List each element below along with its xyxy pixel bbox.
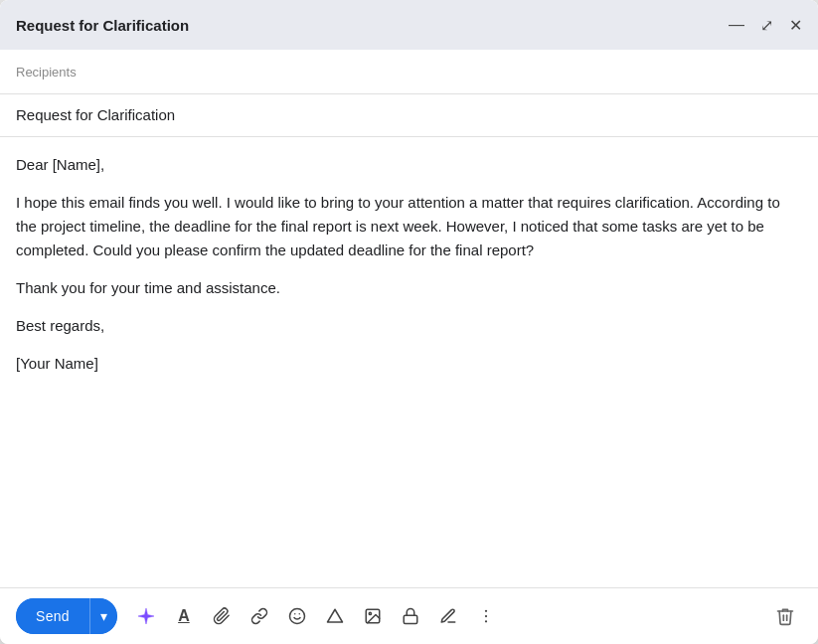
paperclip-icon: [213, 607, 231, 625]
format-text-button[interactable]: A: [167, 599, 201, 633]
trash-icon: [775, 606, 795, 626]
recipients-row: Recipients: [0, 50, 818, 94]
link-icon: [250, 607, 268, 625]
svg-marker-3: [327, 609, 342, 622]
compose-window: Request for Clarification — ⤢ ✕ Recipien…: [0, 0, 818, 644]
svg-point-7: [485, 610, 487, 612]
lock-button[interactable]: [394, 599, 427, 633]
paragraph2: Thank you for your time and assistance.: [16, 276, 802, 300]
sparkle-icon: [136, 606, 156, 626]
title-bar: Request for Clarification — ⤢ ✕: [0, 0, 818, 50]
greeting: Dear [Name],: [16, 153, 802, 177]
send-dropdown-button[interactable]: ▾: [89, 598, 117, 634]
signature-button[interactable]: [431, 599, 465, 633]
send-button[interactable]: Send: [16, 598, 89, 634]
format-text-icon: A: [178, 607, 190, 625]
more-icon: [477, 607, 495, 625]
recipients-input[interactable]: [85, 64, 802, 80]
photo-icon: [364, 607, 382, 625]
closing: Best regards,: [16, 314, 802, 338]
window-title: Request for Clarification: [16, 17, 189, 34]
recipients-label: Recipients: [16, 65, 85, 80]
pencil-icon: [439, 607, 457, 625]
lock-icon: [402, 607, 419, 625]
send-button-group: Send ▾: [16, 598, 117, 634]
close-button[interactable]: ✕: [789, 16, 802, 35]
send-arrow-icon: ▾: [100, 608, 107, 624]
emoji-icon: [288, 607, 306, 625]
attach-button[interactable]: [205, 599, 239, 633]
maximize-button[interactable]: ⤢: [760, 16, 773, 35]
drive-icon: [326, 607, 344, 625]
subject-row: Request for Clarification: [0, 94, 818, 137]
window-controls: — ⤢ ✕: [729, 16, 802, 35]
svg-point-9: [485, 620, 487, 622]
svg-point-5: [369, 612, 371, 614]
more-options-button[interactable]: [469, 599, 503, 633]
subject-value: Request for Clarification: [16, 106, 175, 123]
toolbar: Send ▾ A: [0, 587, 818, 644]
delete-button[interactable]: [768, 599, 802, 633]
ai-sparkle-button[interactable]: [129, 599, 163, 633]
link-button[interactable]: [243, 599, 276, 633]
signature: [Your Name]: [16, 352, 802, 376]
svg-point-8: [485, 615, 487, 617]
minimize-button[interactable]: —: [729, 16, 744, 34]
paragraph1: I hope this email finds you well. I woul…: [16, 191, 802, 262]
svg-rect-6: [404, 615, 417, 623]
svg-point-0: [289, 609, 304, 624]
photo-button[interactable]: [356, 599, 390, 633]
drive-button[interactable]: [318, 599, 352, 633]
emoji-button[interactable]: [280, 599, 314, 633]
email-body[interactable]: Dear [Name], I hope this email finds you…: [0, 137, 818, 587]
